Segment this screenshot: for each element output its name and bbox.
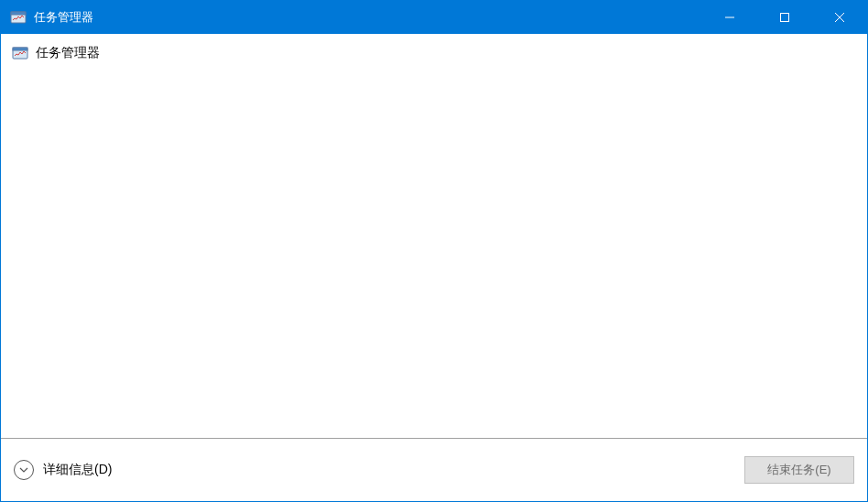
footer: 详细信息(D) 结束任务(E) xyxy=(1,439,867,501)
task-manager-icon xyxy=(10,9,27,26)
window-controls xyxy=(702,1,867,34)
more-details-toggle[interactable]: 详细信息(D) xyxy=(14,460,112,480)
window-title: 任务管理器 xyxy=(34,9,93,26)
maximize-button[interactable] xyxy=(757,1,812,34)
svg-rect-7 xyxy=(13,48,27,50)
end-task-button[interactable]: 结束任务(E) xyxy=(744,456,854,484)
close-button[interactable] xyxy=(812,1,867,34)
task-manager-icon xyxy=(12,45,28,61)
process-list[interactable]: 任务管理器 xyxy=(1,34,867,438)
chevron-down-icon xyxy=(14,460,34,480)
process-item[interactable]: 任务管理器 xyxy=(12,43,856,63)
end-task-label: 结束任务(E) xyxy=(767,462,830,478)
titlebar-left: 任务管理器 xyxy=(1,9,702,26)
svg-rect-1 xyxy=(11,12,26,15)
details-label: 详细信息(D) xyxy=(43,462,112,478)
process-name: 任务管理器 xyxy=(36,45,100,61)
minimize-button[interactable] xyxy=(702,1,757,34)
svg-rect-3 xyxy=(781,14,789,22)
titlebar[interactable]: 任务管理器 xyxy=(1,1,867,34)
